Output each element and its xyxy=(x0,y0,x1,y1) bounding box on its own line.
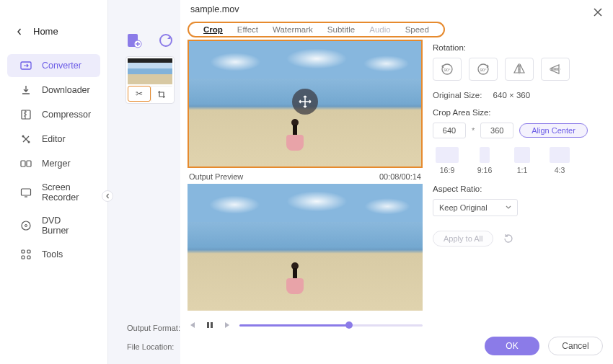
sidebar: Home Converter Downloader Compressor Edi… xyxy=(0,0,108,364)
reset-button[interactable] xyxy=(500,231,516,247)
svg-point-8 xyxy=(25,225,27,227)
apply-to-all-button[interactable]: Apply to All xyxy=(433,231,493,247)
crop-button[interactable] xyxy=(151,86,173,102)
crop-handle-left[interactable] xyxy=(188,100,189,107)
crop-preview[interactable] xyxy=(188,40,423,168)
original-size-value: 640 × 360 xyxy=(493,91,530,99)
chevron-left-icon xyxy=(105,193,110,199)
nav-label: DVD Burner xyxy=(42,216,87,236)
cancel-button[interactable]: Cancel xyxy=(548,337,603,355)
reset-icon xyxy=(503,233,514,244)
editor-tabs: Crop Effect Watermark Subtitle Audio Spe… xyxy=(188,22,445,37)
home-label: Home xyxy=(33,26,58,37)
sidebar-item-merger[interactable]: Merger xyxy=(7,152,100,175)
rotate-cw-button[interactable]: 90° xyxy=(469,58,498,81)
aspect-ratio-grid: 16:9 9:16 1:1 4:3 xyxy=(433,147,606,174)
sidebar-item-downloader[interactable]: Downloader xyxy=(7,79,100,102)
ok-button[interactable]: OK xyxy=(485,337,539,355)
add-file-button[interactable] xyxy=(125,32,143,49)
prev-icon xyxy=(188,321,197,329)
move-handle[interactable] xyxy=(292,89,318,115)
sidebar-collapse-handle[interactable] xyxy=(102,190,113,202)
crop-handle-right[interactable] xyxy=(421,100,423,107)
cloud-layer xyxy=(188,188,423,221)
svg-rect-17 xyxy=(211,322,213,328)
nav-label: Editor xyxy=(42,134,66,144)
pause-button[interactable] xyxy=(205,320,215,330)
person-figure xyxy=(286,119,304,152)
flip-horizontal-icon xyxy=(512,63,526,76)
sidebar-item-screen-recorder[interactable]: Screen Recorder xyxy=(7,177,100,208)
crop-modal: sample.mov Crop Effect Watermark Subtitl… xyxy=(180,0,613,364)
tools-icon xyxy=(20,249,32,260)
home-button[interactable]: Home xyxy=(0,19,107,44)
sidebar-item-tools[interactable]: Tools xyxy=(7,243,100,266)
separator-star: * xyxy=(472,126,475,135)
svg-rect-10 xyxy=(27,250,30,253)
rotate-ccw-icon: 90° xyxy=(439,62,455,76)
align-center-button[interactable]: Align Center xyxy=(519,123,588,138)
next-button[interactable] xyxy=(222,320,232,330)
prev-button[interactable] xyxy=(188,320,198,330)
flip-horizontal-button[interactable] xyxy=(505,58,534,81)
svg-rect-11 xyxy=(22,256,25,259)
ratio-shape-icon xyxy=(436,147,459,163)
flip-vertical-button[interactable] xyxy=(541,58,570,81)
tab-crop[interactable]: Crop xyxy=(196,25,230,34)
editor-icon xyxy=(20,133,32,145)
ratio-shape-icon xyxy=(514,147,530,163)
scissors-button[interactable]: ✂ xyxy=(128,86,151,102)
sidebar-item-dvd-burner[interactable]: DVD Burner xyxy=(7,210,100,241)
rotate-ccw-button[interactable]: 90° xyxy=(433,58,462,81)
crop-handle-top[interactable] xyxy=(301,40,309,41)
sidebar-item-compressor[interactable]: Compressor xyxy=(7,103,100,126)
clip-thumbnail-image xyxy=(128,58,172,84)
crop-handle-tl[interactable] xyxy=(188,40,195,41)
ratio-4-3[interactable]: 4:3 xyxy=(545,147,574,174)
tab-speed[interactable]: Speed xyxy=(398,25,436,34)
tab-audio[interactable]: Audio xyxy=(362,25,397,34)
person-figure xyxy=(286,262,304,296)
aspect-ratio-select[interactable]: Keep Original xyxy=(433,199,518,216)
tab-subtitle[interactable]: Subtitle xyxy=(320,25,362,34)
output-preview xyxy=(188,184,423,311)
merger-icon xyxy=(20,158,32,169)
nav-label: Converter xyxy=(42,61,81,71)
crop-width-input[interactable] xyxy=(433,123,466,138)
svg-rect-5 xyxy=(27,161,31,167)
aspect-ratio-value: Keep Original xyxy=(439,203,488,212)
nav-label: Merger xyxy=(42,159,71,169)
compressor-icon xyxy=(20,109,32,120)
crop-handle-bl[interactable] xyxy=(188,167,195,168)
clip-thumbnail[interactable]: ✂ xyxy=(125,56,175,104)
crop-handle-bottom[interactable] xyxy=(301,167,309,168)
crop-handle-tr[interactable] xyxy=(415,40,423,41)
svg-rect-4 xyxy=(21,161,25,167)
ratio-1-1[interactable]: 1:1 xyxy=(508,147,537,174)
svg-point-3 xyxy=(28,141,30,143)
svg-point-2 xyxy=(22,136,25,138)
cloud-layer xyxy=(189,45,421,79)
crop-height-input[interactable] xyxy=(480,123,513,138)
progress-thumb[interactable] xyxy=(345,321,353,329)
sidebar-item-converter[interactable]: Converter xyxy=(7,54,100,77)
crop-icon xyxy=(157,90,166,99)
rotate-cw-icon: 90° xyxy=(475,62,491,76)
close-icon xyxy=(591,6,604,19)
close-button[interactable] xyxy=(591,6,604,19)
progress-bar[interactable] xyxy=(239,324,423,327)
ratio-9-16[interactable]: 9:16 xyxy=(470,147,499,174)
preview-time: 00:08/00:14 xyxy=(379,172,421,181)
svg-rect-12 xyxy=(27,256,30,259)
ratio-shape-icon xyxy=(480,147,490,163)
refresh-button[interactable] xyxy=(157,32,175,49)
pause-icon xyxy=(206,321,214,329)
chevron-left-icon xyxy=(16,28,23,35)
tab-watermark[interactable]: Watermark xyxy=(265,25,320,34)
ratio-shape-icon xyxy=(550,147,570,163)
crop-handle-br[interactable] xyxy=(415,167,423,168)
sidebar-item-editor[interactable]: Editor xyxy=(7,128,100,151)
ratio-16-9[interactable]: 16:9 xyxy=(433,147,462,174)
tab-effect[interactable]: Effect xyxy=(230,25,265,34)
crop-area-label: Crop Area Size: xyxy=(433,108,606,117)
